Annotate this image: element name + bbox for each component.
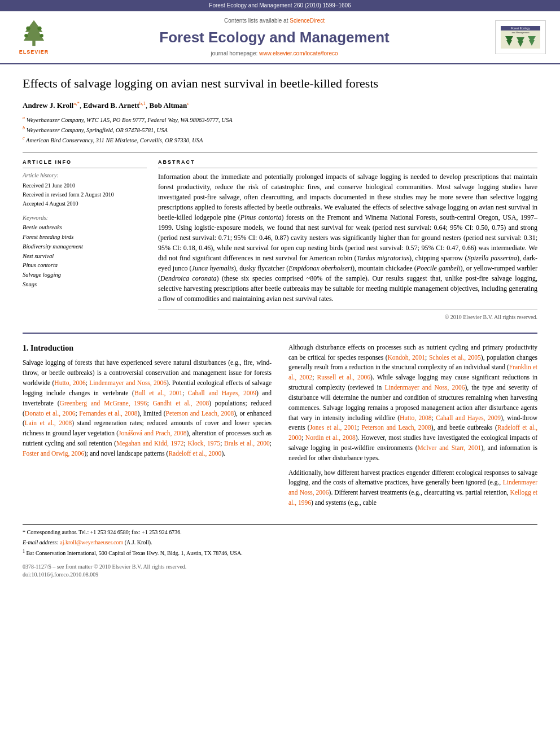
ref-foster-orwig-2006[interactable]: Foster and Orwig, 2006 [23,450,84,457]
received-date: Received 21 June 2010 [23,181,147,190]
keyword-snags: Snags [23,280,147,290]
ref-lain-2008[interactable]: Lain et al., 2008 [25,420,72,426]
affil-b: b Weyerhaeuser Company, Springfield, OR … [23,125,537,134]
ref-klock-1975[interactable]: Klock, 1975 [187,440,220,447]
keyword-salvage-logging: Salvage logging [23,270,147,280]
footnote-email: E-mail address: aj.kroll@weyerhaeuser.co… [23,538,537,547]
article-info-col: ARTICLE INFO Article history: Received 2… [23,159,147,321]
elsevier-logo: ELSEVIER [11,19,56,56]
ref-lindenmayer-noss-2006b[interactable]: Lindenmayer and Noss, 2006 [384,384,465,391]
article-info-heading: ARTICLE INFO [23,159,147,168]
ref-hutto-2006[interactable]: Hutto, 2006 [54,379,85,386]
journal-logo-right: Forest Ecology and Management [492,20,549,54]
authors-line: Andrew J. Krolla,*, Edward B. Arnettb,1,… [23,100,537,111]
keyword-pinus-contorta: Pinus contorta [23,261,147,270]
ref-nordin-2008[interactable]: Nordin et al., 2008 [305,434,356,441]
keywords-label: Keywords: [23,214,147,222]
sciencedirect-link[interactable]: ScienceDirect [290,18,325,24]
contents-line: Contents lists available at ScienceDirec… [56,17,492,25]
amounts-text: amounts [171,420,193,426]
issn-line: 0378-1127/$ – see front matter © 2010 El… [23,563,537,571]
ref-scholes-2005[interactable]: Scholes et al., 2005 [429,354,481,361]
ref-lindenmayer-noss-2006[interactable]: Lindenmayer and Noss, 2006 [89,379,167,386]
intro-left-col: 1. Introduction Salvage logging of fores… [23,343,272,513]
elsevier-label: ELSEVIER [19,49,49,56]
journal-homepage: journal homepage: www.elsevier.com/locat… [56,50,492,58]
homepage-url[interactable]: www.elsevier.com/locate/foreco [259,50,338,56]
ref-donato-2006[interactable]: Donato et al., 2006 [25,410,76,417]
abstract-col: ABSTRACT Information about the immediate… [158,159,537,321]
ref-bull-2001[interactable]: Bull et al., 2001 [134,390,182,396]
bottom-ids: 0378-1127/$ – see front matter © 2010 El… [23,563,537,579]
author-2-sup: b,1 [139,101,146,106]
abstract-text: Information about the immediate and pote… [158,172,537,304]
author-3-sup: c [187,101,189,106]
ref-greenberg-mcgrane-1996[interactable]: Greenberg and McGrane, 1996 [60,400,147,407]
journal-citation-text: Forest Ecology and Management 260 (2010)… [209,2,351,8]
svg-text:and Management: and Management [511,31,530,34]
accepted-date: Accepted 4 August 2010 [23,199,147,208]
introduction-section: 1. Introduction Salvage logging of fores… [23,333,537,579]
intro-right-col: Although disturbance effects on processe… [288,343,537,513]
ref-hutto-2008[interactable]: Hutto, 2008 [400,414,432,421]
elsevier-tree-icon [20,19,48,47]
svg-point-4 [24,34,28,37]
author-1-name: Andrew J. Kroll [23,101,73,110]
ref-cahall-hayes-2009b[interactable]: Cahall and Hayes, 2009 [436,414,501,421]
abstract-heading: ABSTRACT [158,159,537,168]
doi-line: doi:10.1016/j.foreco.2010.08.009 [23,571,537,579]
intro-two-col: 1. Introduction Salvage logging of fores… [23,343,537,513]
elsevier-logo-area: ELSEVIER [11,19,56,56]
copyright-line: © 2010 Elsevier B.V. All rights reserved… [158,309,537,321]
keyword-beetle-outbreaks: Beetle outbreaks [23,223,147,233]
author-1-sup: a,* [73,101,80,106]
intro-right-paragraph-2: Additionally, how different harvest prac… [288,468,537,508]
keywords-section: Keywords: Beetle outbreaks Forest breedi… [23,214,147,290]
ref-gandhi-2008[interactable]: Gandhi et al., 2008 [152,400,209,407]
ref-cahall-hayes-2009[interactable]: Cahall and Hayes, 2009 [188,390,256,396]
footnote-1: 1 Bat Conservation International, 500 Ca… [23,548,537,557]
intro-right-paragraph-1: Although disturbance effects on processe… [288,343,537,464]
article-title: Effects of salvage logging on avian nest… [23,76,537,92]
author-2-name: Edward B. Arnett [83,101,139,110]
ref-megahan-kidd-1972[interactable]: Megahan and Kidd, 1972 [116,440,183,447]
intro-section-title: 1. Introduction [23,343,272,354]
journal-title: Forest Ecology and Management [56,27,492,47]
footnotes-section: * Corresponding author. Tel.: +1 253 924… [23,524,537,557]
affil-c: c American Bird Conservancy, 311 NE Mist… [23,135,537,145]
journal-header: ELSEVIER Contents lists available at Sci… [0,11,560,64]
ref-kondoh-2001[interactable]: Kondoh, 2001 [388,354,426,361]
ref-mciver-starr-2001[interactable]: McIver and Starr, 2001 [418,444,482,451]
journal-logo-box: Forest Ecology and Management [495,20,546,54]
footnote-email-link[interactable]: aj.kroll@weyerhaeuser.com [60,539,123,545]
journal-title-area: Contents lists available at ScienceDirec… [56,17,492,58]
ref-russell-2006[interactable]: Russell et al., 2006 [317,374,371,381]
ref-lindenmayer-noss-2006c[interactable]: Lindenmayer and Noss, 2006 [288,479,537,496]
ref-peterson-leach-2008b[interactable]: Peterson and Leach, 2008 [361,424,431,431]
journal-citation-bar: Forest Ecology and Management 260 (2010)… [0,0,560,11]
svg-point-3 [37,27,41,30]
footnote-corresponding: * Corresponding author. Tel.: +1 253 924… [23,528,537,536]
ref-jones-2001[interactable]: Jones et al., 2001 [310,424,357,431]
ref-peterson-leach-2008[interactable]: Peterson and Leach, 2008 [166,410,234,417]
article-dates: Received 21 June 2010 Received in revise… [23,181,147,208]
ref-brals-2000[interactable]: Brals et al., 2000 [224,440,270,447]
svg-text:Forest Ecology: Forest Ecology [511,27,530,30]
svg-marker-1 [24,20,44,41]
ref-jonasova-prach-2008[interactable]: Jonášová and Prach, 2008 [119,430,186,436]
affiliations: a Weyerhaeuser Company, WTC 1A5, PO Box … [23,115,537,145]
author-3-name: Bob Altman [149,101,187,110]
svg-point-2 [26,27,30,30]
intro-left-paragraph: Salvage logging of forests that have exp… [23,358,272,458]
article-history-label: Article history: [23,172,147,180]
received-revised-date: Received in revised form 2 August 2010 [23,190,147,199]
info-abstract-section: ARTICLE INFO Article history: Received 2… [23,152,537,321]
affil-a: a Weyerhaeuser Company, WTC 1A5, PO Box … [23,115,537,124]
keyword-nest-survival: Nest survival [23,252,147,261]
main-content: Effects of salvage logging on avian nest… [0,64,560,590]
svg-point-5 [40,34,43,37]
ref-radeloff-2000[interactable]: Radeloff et al., 2000 [168,450,221,457]
ref-fernandes-2008[interactable]: Fernandes et al., 2008 [79,410,137,417]
keyword-forest-breeding-birds: Forest breeding birds [23,233,147,242]
journal-cover-image: Forest Ecology and Management [501,26,540,49]
